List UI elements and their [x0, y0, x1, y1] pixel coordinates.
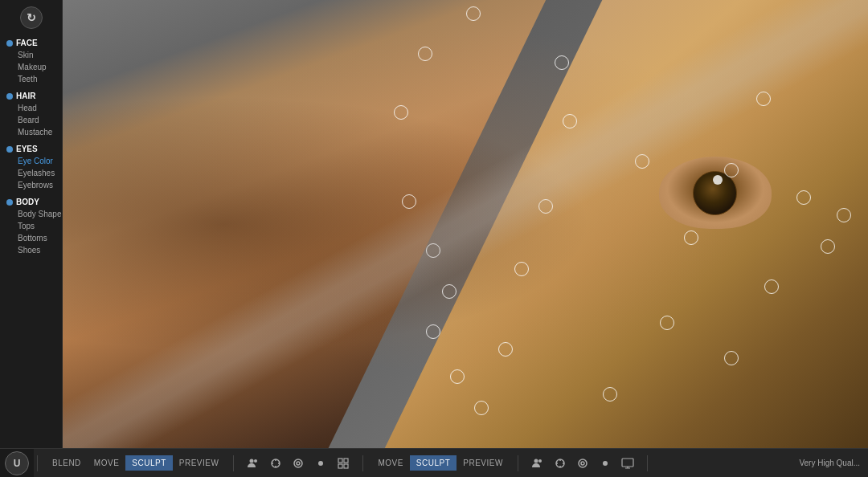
face-section: FACE Skin Makeup Teeth: [0, 35, 62, 88]
scatter-point-5[interactable]: [442, 284, 457, 299]
svg-point-11: [538, 459, 542, 463]
eyes-header[interactable]: EYES: [6, 145, 55, 153]
blend-btn[interactable]: BLEND: [46, 455, 88, 471]
sidebar-item-mustache[interactable]: Mustache: [6, 126, 55, 138]
bottom-toolbar: U BLEND MOVE SCULPT PREVIEW MOVE SCULPT …: [0, 448, 868, 477]
people-icon-left[interactable]: [242, 452, 264, 475]
svg-rect-8: [338, 464, 342, 468]
body-header[interactable]: BODY: [6, 198, 55, 206]
move-btn-right[interactable]: MOVE: [371, 455, 409, 471]
scatter-point-21[interactable]: [764, 279, 779, 294]
sep5: [647, 455, 648, 471]
scatter-point-9[interactable]: [498, 342, 513, 357]
svg-rect-16: [622, 459, 633, 467]
scatter-point-24[interactable]: [603, 387, 617, 402]
svg-point-5: [318, 461, 323, 466]
eyes-section: EYES Eye Color Eyelashes Eyebrows: [0, 141, 62, 194]
hair-section: HAIR Head Beard Mustache: [0, 88, 62, 141]
sidebar-item-skin[interactable]: Skin: [6, 49, 55, 61]
sidebar-item-teeth[interactable]: Teeth: [6, 73, 55, 85]
quality-selector[interactable]: Very High Qual...: [791, 459, 868, 467]
scatter-point-18[interactable]: [796, 190, 811, 205]
move-btn-left[interactable]: MOVE: [88, 455, 125, 471]
face-header[interactable]: FACE: [6, 39, 55, 47]
scatter-point-12[interactable]: [563, 114, 577, 128]
left-icon-group: [237, 452, 359, 475]
sidebar: ↻ FACE Skin Makeup Teeth HAIR Head Beard…: [0, 0, 63, 448]
scatter-point-0[interactable]: [466, 6, 481, 21]
right-toolbar-group: MOVE SCULPT PREVIEW: [366, 455, 514, 471]
scatter-point-19[interactable]: [821, 239, 835, 254]
svg-point-1: [254, 459, 257, 463]
scatter-point-6[interactable]: [426, 324, 440, 339]
scatter-point-22[interactable]: [660, 316, 674, 330]
scatter-point-11[interactable]: [538, 199, 553, 214]
rotate-icon-right[interactable]: [549, 452, 571, 475]
sidebar-item-tops[interactable]: Tops: [6, 220, 55, 232]
svg-point-3: [294, 459, 302, 467]
left-toolbar-group: BLEND MOVE SCULPT PREVIEW: [41, 455, 230, 471]
preview-btn-left[interactable]: PREVIEW: [173, 455, 226, 471]
body-section: BODY Body Shape Tops Bottoms Shoes: [0, 194, 62, 259]
sep1: [37, 455, 38, 471]
scatter-point-16[interactable]: [724, 163, 739, 177]
face-dot: [6, 40, 13, 47]
scatter-point-23[interactable]: [724, 351, 739, 365]
ring-icon-left[interactable]: [287, 452, 309, 475]
sidebar-item-eyelashes[interactable]: Eyelashes: [6, 167, 55, 179]
svg-rect-9: [344, 464, 348, 468]
right-icon-group: [522, 452, 644, 475]
body-dot: [6, 199, 13, 206]
scatter-point-3[interactable]: [402, 194, 416, 209]
rotate-icon-left[interactable]: [264, 452, 287, 475]
svg-point-13: [579, 459, 587, 467]
mesh-icon-left[interactable]: [332, 452, 354, 475]
monitor-icon[interactable]: [616, 452, 639, 475]
preview-btn-right[interactable]: PREVIEW: [457, 455, 510, 471]
main-area: ↻ FACE Skin Makeup Teeth HAIR Head Beard…: [0, 0, 868, 448]
scatter-point-7[interactable]: [450, 369, 465, 384]
sculpt-btn-left[interactable]: SCULPT: [125, 455, 172, 471]
svg-point-15: [603, 461, 608, 466]
scatter-point-1[interactable]: [418, 47, 432, 61]
svg-point-0: [250, 459, 254, 463]
eye-area: [659, 157, 772, 229]
sidebar-item-eye-color[interactable]: Eye Color: [6, 155, 55, 167]
sculpt-btn-right[interactable]: SCULPT: [410, 455, 457, 471]
sidebar-item-bottoms[interactable]: Bottoms: [6, 232, 55, 244]
eyes-dot: [6, 146, 13, 153]
scatter-point-14[interactable]: [635, 154, 649, 169]
scatter-point-10[interactable]: [514, 262, 529, 276]
sidebar-item-head[interactable]: Head: [6, 102, 55, 114]
scatter-point-2[interactable]: [394, 105, 408, 120]
ue-logo-circle: U: [5, 451, 29, 475]
sep3: [362, 455, 363, 471]
scatter-point-15[interactable]: [684, 230, 698, 245]
sidebar-item-body-shape[interactable]: Body Shape: [6, 208, 55, 220]
refresh-icon[interactable]: ↻: [0, 6, 62, 29]
sidebar-item-beard[interactable]: Beard: [6, 114, 55, 126]
people-icon-right[interactable]: [526, 452, 549, 475]
ring-icon-right[interactable]: [571, 452, 594, 475]
sidebar-item-eyebrows[interactable]: Eyebrows: [6, 179, 55, 191]
scatter-point-20[interactable]: [837, 208, 851, 222]
sidebar-item-makeup[interactable]: Makeup: [6, 61, 55, 73]
ue-logo[interactable]: U: [0, 449, 34, 478]
scatter-point-17[interactable]: [756, 92, 771, 106]
svg-point-4: [297, 462, 300, 465]
sep2: [233, 455, 234, 471]
svg-rect-7: [344, 459, 348, 463]
hair-header[interactable]: HAIR: [6, 92, 55, 100]
dot-icon-left[interactable]: [309, 452, 332, 475]
viewport[interactable]: [63, 0, 868, 448]
scatter-point-4[interactable]: [426, 243, 440, 258]
scatter-point-13[interactable]: [555, 55, 569, 70]
svg-rect-6: [338, 459, 342, 463]
svg-point-14: [581, 462, 584, 465]
dot-icon-right[interactable]: [594, 452, 616, 475]
scatter-point-8[interactable]: [474, 401, 489, 415]
hair-dot: [6, 93, 13, 100]
sep4: [518, 455, 518, 471]
sidebar-item-shoes[interactable]: Shoes: [6, 244, 55, 256]
svg-point-10: [534, 459, 538, 463]
